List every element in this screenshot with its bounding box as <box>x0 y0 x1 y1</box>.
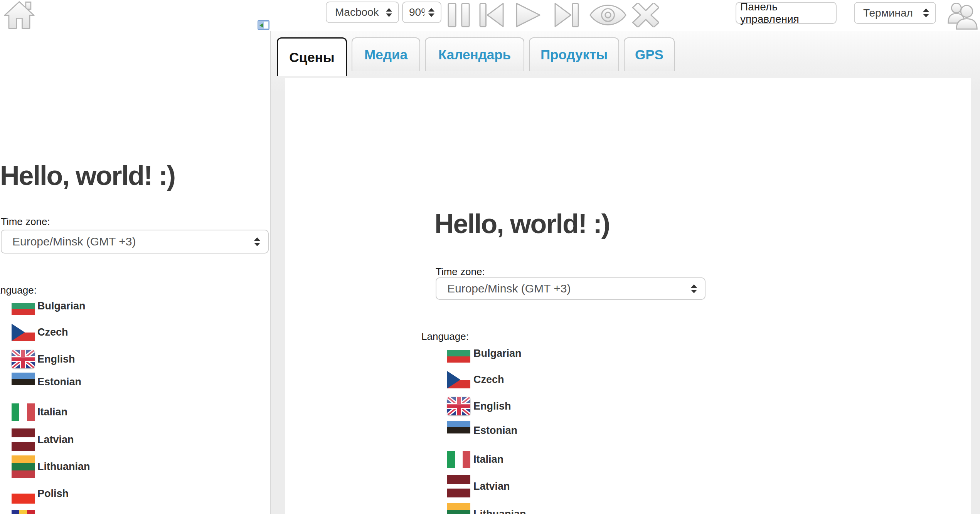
language-option-label: English <box>473 400 511 412</box>
home-icon[interactable] <box>3 0 35 30</box>
select-arrows-icon <box>386 8 392 17</box>
skip-back-icon[interactable] <box>479 3 505 27</box>
language-option-label: Bulgarian <box>473 348 522 359</box>
skip-forward-icon[interactable] <box>554 3 580 27</box>
editor-timezone-select[interactable]: Europe/Minsk (GMT +3) <box>1 230 269 254</box>
language-option-label: Latvian <box>473 480 510 492</box>
english-flag-icon <box>447 397 470 415</box>
select-arrows-icon <box>691 284 697 293</box>
tab-scenes[interactable]: Сцены <box>277 37 347 76</box>
language-option-latvian[interactable]: Latvian <box>12 428 74 451</box>
language-option-label: Romanian <box>37 512 88 514</box>
italian-flag-icon <box>12 403 35 421</box>
language-option-label: Estonian <box>473 425 517 437</box>
polish-flag-icon <box>12 484 35 504</box>
collapse-panel-pane <box>264 22 268 29</box>
terminal-select-value: Терминал <box>863 7 919 19</box>
bulgarian-flag-icon <box>12 297 35 315</box>
language-option-label: Lithuanian <box>473 508 526 514</box>
lithuanian-flag-icon <box>12 455 35 478</box>
tab-media[interactable]: Медиа <box>352 37 420 71</box>
control-panel-button-label: Панель управления <box>740 1 832 25</box>
editor-timezone-value: Europe/Minsk (GMT +3) <box>12 235 250 248</box>
preview-timezone-value: Europe/Minsk (GMT +3) <box>447 282 687 295</box>
language-option-label: English <box>37 353 75 365</box>
language-option-label: Lithuanian <box>37 461 90 473</box>
select-arrows-icon <box>428 8 434 17</box>
language-option-czech[interactable]: Czech <box>12 324 68 341</box>
lithuanian-flag-icon <box>447 503 470 514</box>
language-option-label: Italian <box>473 454 503 465</box>
language-option-label: Latvian <box>37 434 74 446</box>
zoom-select[interactable]: 90% <box>402 2 441 23</box>
language-option-estonian[interactable]: Estonian <box>447 421 517 440</box>
tab-calendar[interactable]: Календарь <box>425 37 524 71</box>
zoom-select-value: 90% <box>409 6 424 18</box>
language-option-italian[interactable]: Italian <box>12 403 67 421</box>
language-option-bulgarian[interactable]: Bulgarian <box>447 344 522 363</box>
latvian-flag-icon <box>12 428 35 451</box>
language-option-romanian[interactable]: Romanian <box>12 510 88 514</box>
romanian-flag-icon <box>12 510 35 514</box>
latvian-flag-icon <box>447 475 470 497</box>
language-option-lithuanian[interactable]: Lithuanian <box>12 455 90 478</box>
preview-language-label: Language: <box>421 331 469 343</box>
select-arrows-icon <box>254 237 260 246</box>
estonian-flag-icon <box>12 373 35 391</box>
preview-heading: Hello, world! :) <box>434 210 610 239</box>
language-option-english[interactable]: English <box>447 397 511 415</box>
preview-timezone-label: Time zone: <box>436 266 485 278</box>
collapse-left-arrow-icon <box>259 23 263 28</box>
language-option-label: Bulgarian <box>37 300 86 312</box>
collapse-panel-icon[interactable] <box>258 20 269 30</box>
language-option-italian[interactable]: Italian <box>447 451 503 468</box>
eye-icon[interactable] <box>588 4 628 26</box>
italian-flag-icon <box>447 451 470 468</box>
editor-language-label: Language: <box>0 284 37 296</box>
editor-heading: Hello, world! :) <box>0 162 175 190</box>
language-option-label: Czech <box>37 326 68 338</box>
panel-divider[interactable] <box>270 31 271 514</box>
close-icon[interactable] <box>632 3 659 27</box>
language-option-label: Polish <box>37 488 69 500</box>
czech-flag-icon <box>12 324 35 341</box>
czech-flag-icon <box>447 371 470 388</box>
language-option-label: Czech <box>473 374 504 386</box>
estonian-flag-icon <box>447 421 470 440</box>
users-icon[interactable] <box>945 0 979 30</box>
language-option-english[interactable]: English <box>12 350 75 368</box>
pause-icon[interactable] <box>447 3 470 27</box>
device-select[interactable]: Macbook <box>326 2 399 23</box>
language-option-estonian[interactable]: Estonian <box>12 373 81 391</box>
preview-timezone-select[interactable]: Europe/Minsk (GMT +3) <box>436 277 706 300</box>
select-arrows-icon <box>923 8 929 17</box>
terminal-select[interactable]: Терминал <box>854 2 936 24</box>
language-option-bulgarian[interactable]: Bulgarian <box>12 297 86 315</box>
tab-products[interactable]: Продукты <box>529 37 619 71</box>
play-icon[interactable] <box>515 2 541 28</box>
tab-gps[interactable]: GPS <box>624 37 675 71</box>
editor-timezone-label: Time zone: <box>1 216 50 228</box>
english-flag-icon <box>12 350 35 368</box>
language-option-label: Estonian <box>37 376 81 388</box>
bulgarian-flag-icon <box>447 344 470 363</box>
language-option-polish[interactable]: Polish <box>12 484 69 504</box>
language-option-label: Italian <box>37 406 67 418</box>
device-select-value: Macbook <box>335 6 382 18</box>
control-panel-button[interactable]: Панель управления <box>736 2 837 24</box>
language-option-latvian[interactable]: Latvian <box>447 475 510 497</box>
language-option-czech[interactable]: Czech <box>447 371 504 388</box>
language-option-lithuanian[interactable]: Lithuanian <box>447 503 526 514</box>
